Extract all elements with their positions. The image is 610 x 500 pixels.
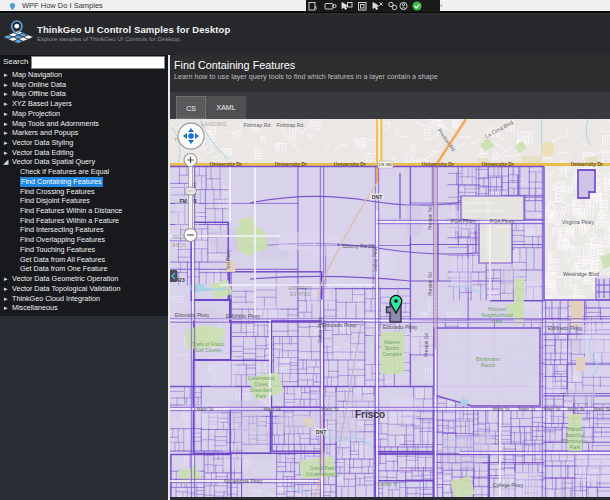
svg-text:University Dr: University Dr [571, 161, 603, 167]
svg-text:Dallas Pkwy: Dallas Pkwy [373, 245, 378, 272]
svg-text:PGA Pkwy: PGA Pkwy [490, 218, 515, 224]
svg-text:Preston Rd: Preston Rd [428, 272, 433, 296]
svg-text:Fishtrap Rd: Fishtrap Rd [277, 122, 304, 128]
svg-text:Eldorado Pkwy: Eldorado Pkwy [548, 325, 583, 331]
svg-text:DNT: DNT [372, 194, 383, 200]
svg-text:Park: Park [492, 318, 503, 324]
svg-text:Golf Course: Golf Course [195, 347, 222, 353]
svg-text:County Rd 24: County Rd 24 [342, 243, 374, 249]
svg-text:Main St: Main St [322, 406, 340, 412]
svg-text:Park: Park [256, 393, 267, 399]
svg-text:Park: Park [570, 444, 581, 450]
svg-text:Main St: Main St [519, 406, 537, 412]
svg-text:Main St: Main St [197, 406, 215, 412]
svg-text:US 380: US 380 [379, 162, 393, 167]
svg-text:ESTATES: ESTATES [290, 292, 310, 297]
svg-text:Teel Pkwy: Teel Pkwy [226, 249, 231, 270]
svg-text:College Pkwy: College Pkwy [493, 482, 524, 488]
svg-text:Caddo Tr: Caddo Tr [377, 481, 398, 487]
svg-text:Virginia Pkwy: Virginia Pkwy [562, 219, 595, 225]
svg-text:University Dr: University Dr [275, 161, 307, 167]
svg-text:Stonebrook Pkwy: Stonebrook Pkwy [224, 478, 263, 484]
svg-text:Main St: Main St [594, 406, 610, 412]
svg-text:Main St: Main St [264, 406, 282, 412]
svg-text:University Dr: University Dr [422, 161, 454, 167]
svg-text:Ranch: Ranch [481, 362, 496, 368]
svg-text:University Dr: University Dr [334, 161, 366, 167]
svg-text:Frisco: Frisco [355, 409, 385, 420]
svg-text:University Dr: University Dr [210, 161, 242, 167]
svg-text:(Undeveloped): (Undeveloped) [306, 471, 339, 477]
svg-text:ANCH: ANCH [172, 243, 186, 248]
svg-text:Dallas Pkwy: Dallas Pkwy [318, 316, 323, 343]
svg-text:Preston Rd: Preston Rd [424, 333, 429, 357]
svg-text:Eldorado Pkwy: Eldorado Pkwy [383, 324, 418, 330]
svg-text:Preston Rd: Preston Rd [428, 206, 433, 230]
svg-text:Main St: Main St [493, 406, 511, 412]
svg-text:Eldorado Pkwy: Eldorado Pkwy [175, 312, 210, 318]
svg-text:Westridge Blvd: Westridge Blvd [563, 271, 599, 277]
svg-text:Eldorado Pkwy: Eldorado Pkwy [322, 322, 357, 328]
svg-text:Complex: Complex [382, 351, 402, 357]
svg-text:PGA Pkwy: PGA Pkwy [451, 218, 476, 224]
svg-text:DNT: DNT [316, 429, 327, 435]
svg-text:EMERSON: EMERSON [288, 286, 311, 291]
svg-text:LANDING: LANDING [201, 121, 227, 127]
svg-text:423: 423 [176, 277, 185, 283]
svg-text:Fishtrap Rd: Fishtrap Rd [244, 122, 271, 128]
svg-text:Main St: Main St [568, 406, 586, 412]
svg-text:Eldorado Pkwy: Eldorado Pkwy [226, 313, 261, 319]
svg-text:University Dr: University Dr [482, 161, 514, 167]
svg-text:Main St: Main St [544, 406, 562, 412]
